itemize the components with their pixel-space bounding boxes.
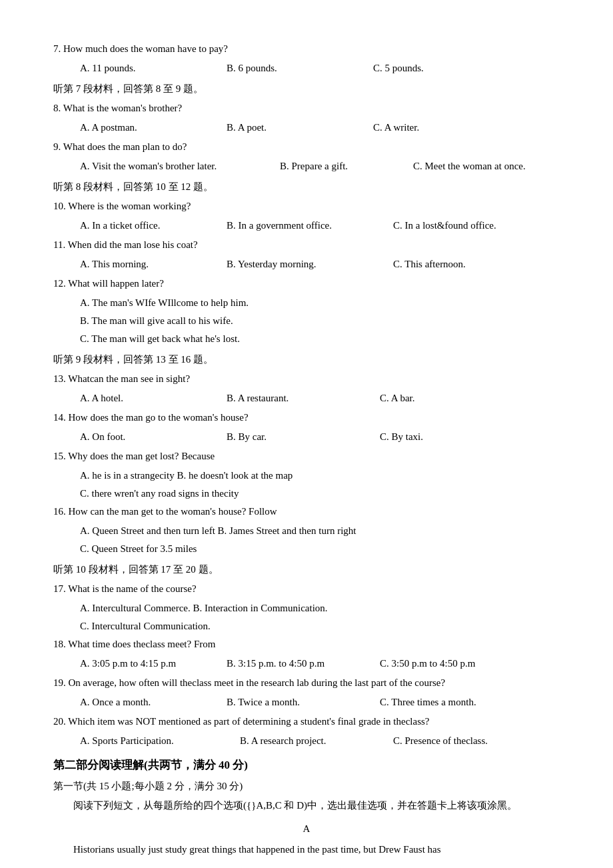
q11-option-b: B. Yesterday morning. (227, 255, 393, 273)
q19-option-a: A. Once a month. (80, 693, 227, 711)
q19-text: 19. On average, how often will theclass … (53, 677, 445, 688)
question-12: 12. What will happen later? (53, 275, 560, 293)
q17-option-c: C. Intercultural Communication. (80, 617, 560, 635)
q7-option-b: B. 6 pounds. (227, 59, 373, 77)
q19-option-b: B. Twice a month. (227, 693, 380, 711)
q13-options: A. A hotel. B. A restaurant. C. A bar. (53, 389, 560, 407)
q15-options: A. he is in a strangecity B. he doesn't … (53, 467, 560, 503)
q8-option-b: B. A poet. (227, 119, 373, 137)
q7-option-c: C. 5 pounds. (373, 59, 506, 77)
q17-options: A. Intercultural Commerce. B. Interactio… (53, 599, 560, 635)
question-20: 20. Which item was NOT mentioned as part… (53, 713, 560, 731)
q12-options: A. The man's WIfe WIllcome to help him. … (53, 294, 560, 348)
q10-option-b: B. In a government office. (227, 217, 393, 235)
q14-option-b: B. By car. (227, 428, 380, 446)
section-header-9: 听第 9 段材料，回答第 13 至 16 题。 (53, 351, 560, 369)
q9-options: A. Visit the woman's brother later. B. P… (53, 157, 560, 175)
q9-text: 9. What does the man plan to do? (53, 141, 187, 152)
q13-text: 13. Whatcan the man see in sight? (53, 373, 190, 384)
q12-option-c: C. The man will get back what he's lost. (80, 330, 560, 348)
q20-option-b: B. A research project. (240, 732, 393, 750)
q8-text: 8. What is the woman's brother? (53, 103, 182, 113)
q18-option-a: A. 3:05 p.m to 4:15 p.m (80, 655, 227, 673)
q11-option-a: A. This morning. (80, 255, 227, 273)
question-18: 18. What time does theclass meet? From (53, 635, 560, 653)
question-14: 14. How does the man go to the woman's h… (53, 409, 560, 427)
section-header-8: 听第 8 段材料，回答第 10 至 12 题。 (53, 178, 560, 196)
q12-option-a: A. The man's WIfe WIllcome to help him. (80, 294, 560, 312)
q15-text: 15. Why does the man get lost? Because (53, 451, 215, 461)
q12-text: 12. What will happen later? (53, 278, 164, 289)
q10-option-a: A. In a ticket office. (80, 217, 227, 235)
q13-option-b: B. A restaurant. (227, 389, 380, 407)
q8-option-a: A. A postman. (80, 119, 227, 137)
q18-option-b: B. 3:15 p.m. to 4:50 p.m (227, 655, 380, 673)
q9-option-a: A. Visit the woman's brother later. (80, 157, 280, 175)
main-content: 7. How much does the woman have to pay? … (53, 40, 560, 859)
q18-option-c: C. 3:50 p.m to 4:50 p.m (380, 655, 513, 673)
section-header-10: 听第 10 段材料，回答第 17 至 20 题。 (53, 561, 560, 579)
q15-option-ab: A. he is in a strangecity B. he doesn't … (80, 467, 560, 485)
q18-options: A. 3:05 p.m to 4:15 p.m B. 3:15 p.m. to … (53, 655, 560, 673)
q9-option-c: C. Meet the woman at once. (413, 157, 546, 175)
section-header-7: 听第 7 段材料，回答第 8 至 9 题。 (53, 80, 560, 98)
question-11: 11. When did the man lose his coat? (53, 236, 560, 254)
q8-options: A. A postman. B. A poet. C. A writer. (53, 119, 560, 137)
q15-option-c: C. there wren't any road signs in thecit… (80, 485, 560, 503)
q10-text: 10. Where is the woman working? (53, 201, 191, 211)
q14-text: 14. How does the man go to the woman's h… (53, 412, 249, 423)
q14-options: A. On foot. B. By car. C. By taxi. (53, 428, 560, 446)
section2-title: 第二部分阅读理解(共两节，满分 40 分) (53, 755, 560, 776)
q14-option-a: A. On foot. (80, 428, 227, 446)
q12-option-b: B. The man will give acall to his wife. (80, 312, 560, 330)
q19-options: A. Once a month. B. Twice a month. C. Th… (53, 693, 560, 711)
q17-text: 17. What is the name of the course? (53, 583, 197, 594)
q13-option-a: A. A hotel. (80, 389, 227, 407)
q8-option-c: C. A writer. (373, 119, 506, 137)
q11-text: 11. When did the man lose his coat? (53, 239, 198, 250)
question-9: 9. What does the man plan to do? (53, 138, 560, 156)
passage-a-text: Historians usually just study great thin… (53, 841, 560, 859)
question-16: 16. How can the man get to the woman's h… (53, 503, 560, 521)
passage-a-label: A (53, 820, 560, 838)
q16-option-ab: A. Queen Street and then turn left B. Ja… (80, 522, 560, 540)
question-10: 10. Where is the woman working? (53, 197, 560, 215)
q10-option-c: C. In a lost&found office. (393, 217, 526, 235)
q19-option-c: C. Three times a month. (380, 693, 513, 711)
question-8: 8. What is the woman's brother? (53, 99, 560, 117)
q11-options: A. This morning. B. Yesterday morning. C… (53, 255, 560, 273)
q16-options: A. Queen Street and then turn left B. Ja… (53, 522, 560, 558)
q20-option-a: A. Sports Participation. (80, 732, 240, 750)
section2-instruction: 阅读下列短文，从每题所给的四个选项({}A,B,C 和 D)中，选出最佳选项，并… (53, 797, 560, 815)
q10-options: A. In a ticket office. B. In a governmen… (53, 217, 560, 235)
q16-text: 16. How can the man get to the woman's h… (53, 506, 277, 517)
q16-option-c: C. Queen Street for 3.5 miles (80, 540, 560, 558)
q7-text: 7. How much does the woman have to pay? (53, 43, 228, 54)
question-19: 19. On average, how often will theclass … (53, 674, 560, 692)
q7-option-a: A. 11 pounds. (80, 59, 227, 77)
question-15: 15. Why does the man get lost? Because (53, 447, 560, 465)
q7-options: A. 11 pounds. B. 6 pounds. C. 5 pounds. (53, 59, 560, 77)
q20-option-c: C. Presence of theclass. (393, 732, 526, 750)
question-17: 17. What is the name of the course? (53, 580, 560, 598)
q9-option-b: B. Prepare a gift. (280, 157, 413, 175)
q20-options: A. Sports Participation. B. A research p… (53, 732, 560, 750)
q18-text: 18. What time does theclass meet? From (53, 639, 215, 649)
q11-option-c: C. This afternoon. (393, 255, 526, 273)
q13-option-c: C. A bar. (380, 389, 513, 407)
question-13: 13. Whatcan the man see in sight? (53, 370, 560, 388)
question-7: 7. How much does the woman have to pay? (53, 40, 560, 58)
q20-text: 20. Which item was NOT mentioned as part… (53, 716, 430, 727)
section2-sub: 第一节(共 15 小题;每小题 2 分，满分 30 分) (53, 777, 560, 795)
q14-option-c: C. By taxi. (380, 428, 513, 446)
q17-option-ab: A. Intercultural Commerce. B. Interactio… (80, 599, 560, 617)
